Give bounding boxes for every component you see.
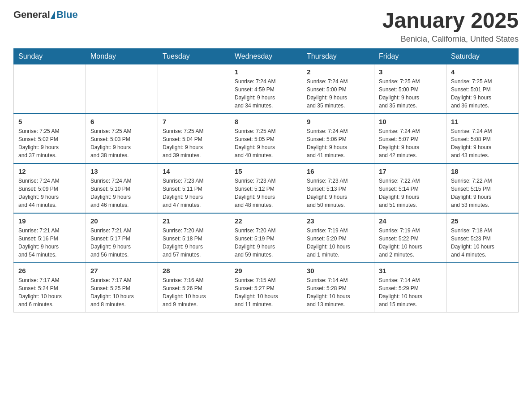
day-info: Sunrise: 7:24 AM Sunset: 5:00 PM Dayligh… (307, 77, 369, 110)
day-number: 11 (451, 118, 514, 125)
table-row: 1Sunrise: 7:24 AM Sunset: 4:59 PM Daylig… (230, 64, 302, 114)
calendar-week-row: 26Sunrise: 7:17 AM Sunset: 5:24 PM Dayli… (14, 263, 519, 313)
calendar-week-row: 1Sunrise: 7:24 AM Sunset: 4:59 PM Daylig… (14, 64, 519, 114)
day-number: 13 (90, 167, 153, 175)
month-title: January 2025 (382, 9, 519, 33)
day-number: 25 (451, 217, 514, 225)
table-row: 17Sunrise: 7:22 AM Sunset: 5:14 PM Dayli… (374, 163, 446, 213)
table-row: 23Sunrise: 7:19 AM Sunset: 5:20 PM Dayli… (302, 213, 374, 263)
table-row: 15Sunrise: 7:23 AM Sunset: 5:12 PM Dayli… (230, 163, 302, 213)
weekday-header-row: Sunday Monday Tuesday Wednesday Thursday… (14, 48, 519, 64)
day-info: Sunrise: 7:15 AM Sunset: 5:27 PM Dayligh… (235, 276, 297, 308)
table-row (86, 64, 158, 114)
table-row: 28Sunrise: 7:16 AM Sunset: 5:26 PM Dayli… (158, 263, 230, 313)
header-saturday: Saturday (446, 48, 519, 64)
table-row: 25Sunrise: 7:18 AM Sunset: 5:23 PM Dayli… (446, 213, 519, 263)
day-info: Sunrise: 7:23 AM Sunset: 5:12 PM Dayligh… (235, 177, 297, 209)
day-info: Sunrise: 7:14 AM Sunset: 5:28 PM Dayligh… (307, 276, 369, 308)
calendar-week-row: 5Sunrise: 7:25 AM Sunset: 5:02 PM Daylig… (14, 114, 519, 163)
header-wednesday: Wednesday (230, 48, 302, 64)
table-row: 29Sunrise: 7:15 AM Sunset: 5:27 PM Dayli… (230, 263, 302, 313)
day-number: 31 (379, 267, 442, 274)
table-row: 18Sunrise: 7:22 AM Sunset: 5:15 PM Dayli… (446, 163, 519, 213)
table-row (158, 64, 230, 114)
day-number: 8 (235, 118, 297, 125)
day-info: Sunrise: 7:19 AM Sunset: 5:20 PM Dayligh… (307, 227, 369, 259)
table-row: 10Sunrise: 7:24 AM Sunset: 5:07 PM Dayli… (374, 114, 446, 163)
day-info: Sunrise: 7:24 AM Sunset: 5:10 PM Dayligh… (90, 177, 153, 209)
day-info: Sunrise: 7:24 AM Sunset: 5:09 PM Dayligh… (18, 177, 81, 209)
logo: General Blue (13, 9, 78, 21)
day-info: Sunrise: 7:25 AM Sunset: 5:03 PM Dayligh… (90, 127, 153, 159)
header-friday: Friday (374, 48, 446, 64)
day-info: Sunrise: 7:21 AM Sunset: 5:16 PM Dayligh… (18, 227, 81, 259)
table-row: 27Sunrise: 7:17 AM Sunset: 5:25 PM Dayli… (86, 263, 158, 313)
day-number: 23 (307, 217, 369, 225)
day-info: Sunrise: 7:22 AM Sunset: 5:15 PM Dayligh… (451, 177, 514, 209)
day-number: 24 (379, 217, 442, 225)
day-number: 30 (307, 267, 369, 274)
header-tuesday: Tuesday (158, 48, 230, 64)
day-info: Sunrise: 7:24 AM Sunset: 5:07 PM Dayligh… (379, 127, 442, 159)
header-sunday: Sunday (14, 48, 86, 64)
table-row: 12Sunrise: 7:24 AM Sunset: 5:09 PM Dayli… (14, 163, 86, 213)
day-number: 26 (18, 267, 81, 274)
day-info: Sunrise: 7:22 AM Sunset: 5:14 PM Dayligh… (379, 177, 442, 209)
table-row: 13Sunrise: 7:24 AM Sunset: 5:10 PM Dayli… (86, 163, 158, 213)
table-row: 22Sunrise: 7:20 AM Sunset: 5:19 PM Dayli… (230, 213, 302, 263)
calendar-week-row: 12Sunrise: 7:24 AM Sunset: 5:09 PM Dayli… (14, 163, 519, 213)
day-number: 17 (379, 167, 442, 175)
table-row: 4Sunrise: 7:25 AM Sunset: 5:01 PM Daylig… (446, 64, 519, 114)
day-info: Sunrise: 7:23 AM Sunset: 5:13 PM Dayligh… (307, 177, 369, 209)
table-row: 2Sunrise: 7:24 AM Sunset: 5:00 PM Daylig… (302, 64, 374, 114)
table-row: 8Sunrise: 7:25 AM Sunset: 5:05 PM Daylig… (230, 114, 302, 163)
day-number: 4 (451, 68, 514, 76)
day-number: 29 (235, 267, 297, 274)
day-number: 10 (379, 118, 442, 125)
table-row: 26Sunrise: 7:17 AM Sunset: 5:24 PM Dayli… (14, 263, 86, 313)
title-area: January 2025 Benicia, California, United… (382, 9, 519, 44)
page-header: General Blue January 2025 Benicia, Calif… (13, 9, 519, 44)
header-monday: Monday (86, 48, 158, 64)
day-number: 28 (163, 267, 225, 274)
table-row: 11Sunrise: 7:24 AM Sunset: 5:08 PM Dayli… (446, 114, 519, 163)
day-info: Sunrise: 7:20 AM Sunset: 5:18 PM Dayligh… (163, 227, 225, 259)
day-number: 6 (90, 118, 153, 125)
day-info: Sunrise: 7:17 AM Sunset: 5:25 PM Dayligh… (90, 276, 153, 308)
day-number: 16 (307, 167, 369, 175)
table-row: 16Sunrise: 7:23 AM Sunset: 5:13 PM Dayli… (302, 163, 374, 213)
day-number: 3 (379, 68, 442, 76)
table-row: 3Sunrise: 7:25 AM Sunset: 5:00 PM Daylig… (374, 64, 446, 114)
table-row: 31Sunrise: 7:14 AM Sunset: 5:29 PM Dayli… (374, 263, 446, 313)
day-number: 15 (235, 167, 297, 175)
table-row: 30Sunrise: 7:14 AM Sunset: 5:28 PM Dayli… (302, 263, 374, 313)
day-number: 20 (90, 217, 153, 225)
logo-blue-text: Blue (56, 9, 78, 21)
day-number: 12 (18, 167, 81, 175)
table-row: 20Sunrise: 7:21 AM Sunset: 5:17 PM Dayli… (86, 213, 158, 263)
table-row (14, 64, 86, 114)
day-number: 18 (451, 167, 514, 175)
day-info: Sunrise: 7:19 AM Sunset: 5:22 PM Dayligh… (379, 227, 442, 259)
day-info: Sunrise: 7:25 AM Sunset: 5:04 PM Dayligh… (163, 127, 225, 159)
day-number: 22 (235, 217, 297, 225)
header-thursday: Thursday (302, 48, 374, 64)
day-number: 14 (163, 167, 225, 175)
table-row: 19Sunrise: 7:21 AM Sunset: 5:16 PM Dayli… (14, 213, 86, 263)
day-info: Sunrise: 7:17 AM Sunset: 5:24 PM Dayligh… (18, 276, 81, 308)
day-number: 1 (235, 68, 297, 76)
table-row: 14Sunrise: 7:23 AM Sunset: 5:11 PM Dayli… (158, 163, 230, 213)
day-info: Sunrise: 7:21 AM Sunset: 5:17 PM Dayligh… (90, 227, 153, 259)
logo-general-text: General (13, 9, 50, 21)
table-row: 24Sunrise: 7:19 AM Sunset: 5:22 PM Dayli… (374, 213, 446, 263)
day-info: Sunrise: 7:25 AM Sunset: 5:01 PM Dayligh… (451, 77, 514, 110)
day-info: Sunrise: 7:24 AM Sunset: 5:08 PM Dayligh… (451, 127, 514, 159)
day-number: 21 (163, 217, 225, 225)
logo-triangle-icon (51, 11, 55, 19)
table-row (446, 263, 519, 313)
day-number: 7 (163, 118, 225, 125)
day-info: Sunrise: 7:23 AM Sunset: 5:11 PM Dayligh… (163, 177, 225, 209)
day-info: Sunrise: 7:20 AM Sunset: 5:19 PM Dayligh… (235, 227, 297, 259)
location-subtitle: Benicia, California, United States (382, 34, 519, 44)
table-row: 21Sunrise: 7:20 AM Sunset: 5:18 PM Dayli… (158, 213, 230, 263)
